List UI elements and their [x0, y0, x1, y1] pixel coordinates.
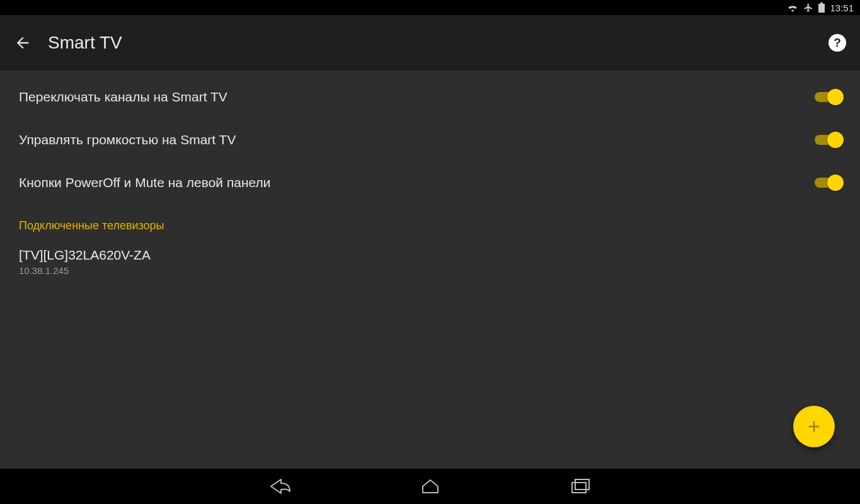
navigation-bar [0, 469, 860, 504]
wifi-icon [787, 3, 798, 12]
setting-label: Переключать каналы на Smart TV [19, 89, 815, 105]
section-connected-tvs: Подключенные телевизоры [0, 204, 860, 239]
status-time: 13:51 [830, 3, 854, 13]
toggle-switch[interactable] [815, 178, 841, 188]
setting-poweroff-mute[interactable]: Кнопки PowerOff и Mute на левой панели [0, 161, 860, 204]
toggle-switch[interactable] [815, 92, 841, 102]
svg-rect-0 [818, 4, 825, 13]
toggle-switch[interactable] [815, 135, 841, 145]
svg-rect-2 [572, 483, 586, 493]
svg-rect-1 [820, 3, 823, 4]
back-button[interactable] [14, 34, 32, 52]
setting-control-volume[interactable]: Управлять громкостью на Smart TV [0, 118, 860, 161]
plus-icon [805, 418, 823, 435]
battery-icon [818, 3, 825, 13]
status-bar: 13:51 [0, 0, 860, 15]
device-ip: 10.38.1.245 [19, 265, 841, 276]
page-title: Smart TV [48, 33, 122, 53]
help-button[interactable]: ? [828, 34, 846, 52]
device-name: [TV][LG]32LA620V-ZA [19, 248, 841, 263]
airplane-icon [803, 3, 813, 13]
nav-back-button[interactable] [265, 471, 295, 501]
setting-label: Кнопки PowerOff и Mute на левой панели [19, 175, 815, 190]
device-item[interactable]: [TV][LG]32LA620V-ZA 10.38.1.245 [0, 239, 860, 289]
setting-switch-channels[interactable]: Переключать каналы на Smart TV [0, 76, 860, 118]
nav-home-button[interactable] [415, 471, 445, 501]
svg-rect-3 [575, 479, 589, 490]
add-device-button[interactable] [793, 406, 835, 447]
nav-recent-button[interactable] [565, 471, 595, 501]
content-area: Переключать каналы на Smart TV Управлять… [0, 71, 860, 469]
setting-label: Управлять громкостью на Smart TV [19, 132, 815, 147]
app-bar: Smart TV ? [0, 15, 860, 71]
